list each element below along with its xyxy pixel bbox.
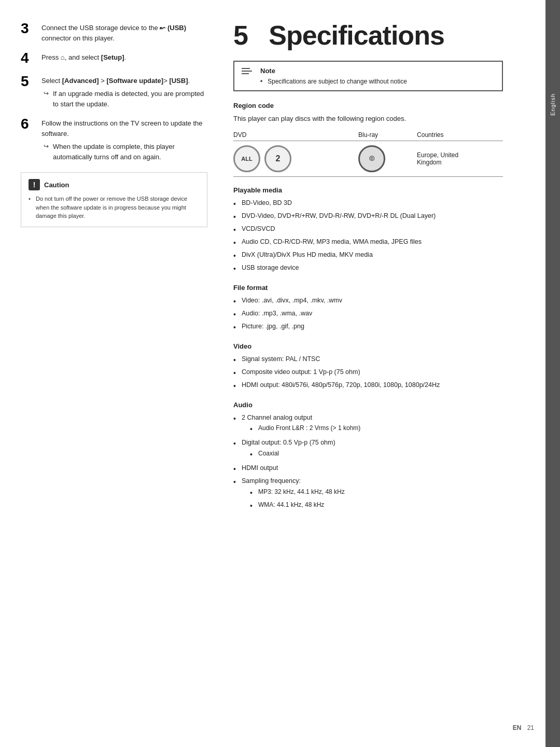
step-number-5: 5 xyxy=(21,74,41,90)
audio-item-4: • Sampling frequency: • MP3: 32 kHz, 44.… xyxy=(233,476,503,513)
file-format-list: •Video: .avi, .divx, .mp4, .mkv, .wmv •A… xyxy=(233,296,503,333)
step-5-subbullet-text: If an upgrade media is detected, you are… xyxy=(53,89,207,109)
sub-bullet: • xyxy=(250,449,258,460)
note-item-1: • Specifications are subject to change w… xyxy=(260,78,495,85)
en-label: EN xyxy=(513,724,522,731)
chapter-heading: 5 Specifications xyxy=(233,21,503,50)
playable-media-item-6: •USB storage device xyxy=(233,263,503,274)
dvd-2-label: 2 xyxy=(276,154,281,163)
dvd-all-disc: ALL xyxy=(233,145,260,172)
video-list: •Signal system: PAL / NTSC •Composite vi… xyxy=(233,354,503,392)
bullet: • xyxy=(233,354,242,366)
arrow-icon: ↪ xyxy=(44,89,53,109)
audio-list: • 2 Channel analog output • Audio Front … xyxy=(233,413,503,513)
bullet: • xyxy=(233,224,242,236)
bullet: • xyxy=(233,309,242,320)
language-tab-text: English xyxy=(550,93,556,116)
dvd-all-label: ALL xyxy=(241,156,252,162)
dvd-discs: ALL 2 xyxy=(233,145,354,172)
chapter-number: 5 xyxy=(233,20,248,50)
step-6-content: Follow the instructions on the TV screen… xyxy=(41,116,207,162)
audio-heading: Audio xyxy=(233,401,503,409)
region-table-header-countries: Countries xyxy=(417,129,503,141)
playable-media-item-2: •DVD-Video, DVD+R/+RW, DVD-R/-RW, DVD+R/… xyxy=(233,211,503,223)
caution-text: • Do not turn off the power or remove th… xyxy=(29,195,200,220)
file-format-item-3: •Picture: .jpg, .gif, .png xyxy=(233,322,503,333)
step-5-content: Select [Advanced] > [Software update]> [… xyxy=(41,74,207,109)
file-format-item-2: •Audio: .mp3, .wma, .wav xyxy=(233,309,503,320)
note-line-2 xyxy=(242,71,252,72)
audio-sub-item-digital: • Coaxial xyxy=(250,449,335,460)
dvd-disc-cell: ALL 2 xyxy=(233,141,358,176)
caution-header: ! Caution xyxy=(29,179,200,190)
caution-label: Caution xyxy=(44,181,69,189)
sub-bullet: • xyxy=(250,500,258,511)
bullet-dot: • xyxy=(29,195,36,220)
countries-text: Europe, UnitedKingdom xyxy=(417,151,458,166)
region-code-intro: This player can play discs with the foll… xyxy=(233,114,503,124)
step-number-4: 4 xyxy=(21,50,41,66)
countries-cell: Europe, UnitedKingdom xyxy=(417,141,503,176)
bd-label: ⓒ xyxy=(369,155,374,162)
bullet: • xyxy=(233,367,242,379)
bullet: • xyxy=(233,463,242,475)
audio-item-1: • 2 Channel analog output • Audio Front … xyxy=(233,413,503,437)
step-6-subbullet-text: When the update is complete, this player… xyxy=(53,142,207,162)
audio-item-2: • Digital output: 0.5 Vp-p (75 ohm) • Co… xyxy=(233,438,503,462)
bullet: • xyxy=(233,380,242,392)
note-box: Note • Specifications are subject to cha… xyxy=(233,61,503,91)
file-format-heading: File format xyxy=(233,284,503,292)
bullet: • xyxy=(233,250,242,261)
playable-media-item-4: •Audio CD, CD-R/CD-RW, MP3 media, WMA me… xyxy=(233,237,503,248)
bullet: • xyxy=(233,198,242,210)
step-6-subbullet: ↪ When the update is complete, this play… xyxy=(41,142,207,162)
bluray-disc-cell: ⓒ xyxy=(358,141,417,176)
page-footer: EN 21 xyxy=(513,724,534,731)
sub-bullet: • xyxy=(250,487,258,499)
step-5: 5 Select [Advanced] > [Software update]>… xyxy=(21,74,207,109)
audio-sub-item-mp3: • MP3: 32 kHz, 44.1 kHz, 48 kHz xyxy=(250,487,345,499)
step-3: 3 Connect the USB storage device to the … xyxy=(21,21,207,43)
caution-icon: ! xyxy=(29,179,40,190)
note-line-3 xyxy=(242,73,249,74)
note-bullet: • xyxy=(260,78,268,85)
arrow-icon-2: ↪ xyxy=(44,142,53,162)
step-number-3: 3 xyxy=(21,21,41,37)
audio-sub-list-sampling: • MP3: 32 kHz, 44.1 kHz, 48 kHz • WMA: 4… xyxy=(250,487,345,511)
step-5-subbullet: ↪ If an upgrade media is detected, you a… xyxy=(41,89,207,109)
playable-media-item-1: •BD-Video, BD 3D xyxy=(233,198,503,210)
region-table-row: ALL 2 ⓒ Europe, UnitedKingdom xyxy=(233,141,503,176)
region-table-header-dvd: DVD xyxy=(233,129,358,141)
step-number-6: 6 xyxy=(21,116,41,132)
playable-media-item-5: •DivX (Ultra)/DivX Plus HD media, MKV me… xyxy=(233,250,503,261)
bullet: • xyxy=(233,296,242,307)
region-code-heading: Region code xyxy=(233,102,503,109)
audio-sub-list-1: • Audio Front L&R : 2 Vrms (> 1 kohm) xyxy=(250,423,360,435)
caution-item-1: Do not turn off the power or remove the … xyxy=(36,195,200,220)
usb-label: ↜ (USB) xyxy=(160,24,186,32)
note-lines-icon xyxy=(242,67,254,74)
note-content: Note • Specifications are subject to cha… xyxy=(260,67,495,85)
step-3-content: Connect the USB storage device to the ↜ … xyxy=(41,21,207,43)
audio-item-3: •HDMI output xyxy=(233,463,503,475)
video-item-2: •Composite video output: 1 Vp-p (75 ohm) xyxy=(233,367,503,379)
bullet: • xyxy=(233,438,242,449)
note-label: Note xyxy=(260,67,495,75)
bullet: • xyxy=(233,211,242,223)
playable-media-item-3: •VCD/SVCD xyxy=(233,224,503,236)
caution-box: ! Caution • Do not turn off the power or… xyxy=(21,172,207,227)
region-table: DVD Blu-ray Countries ALL 2 xyxy=(233,129,503,177)
playable-media-heading: Playable media xyxy=(233,186,503,194)
video-item-1: •Signal system: PAL / NTSC xyxy=(233,354,503,366)
bullet: • xyxy=(233,476,242,488)
bd-disc: ⓒ xyxy=(358,145,385,172)
bullet: • xyxy=(233,237,242,248)
language-tab: English xyxy=(545,0,560,747)
sub-bullet: • xyxy=(250,423,258,435)
bullet: • xyxy=(233,322,242,333)
bullet: • xyxy=(233,263,242,274)
video-heading: Video xyxy=(233,342,503,350)
audio-sub-item-wma: • WMA: 44.1 kHz, 48 kHz xyxy=(250,500,345,511)
note-item-text: Specifications are subject to change wit… xyxy=(268,78,407,85)
step-4-content: Press ⌂, and select [Setup]. xyxy=(41,50,207,63)
